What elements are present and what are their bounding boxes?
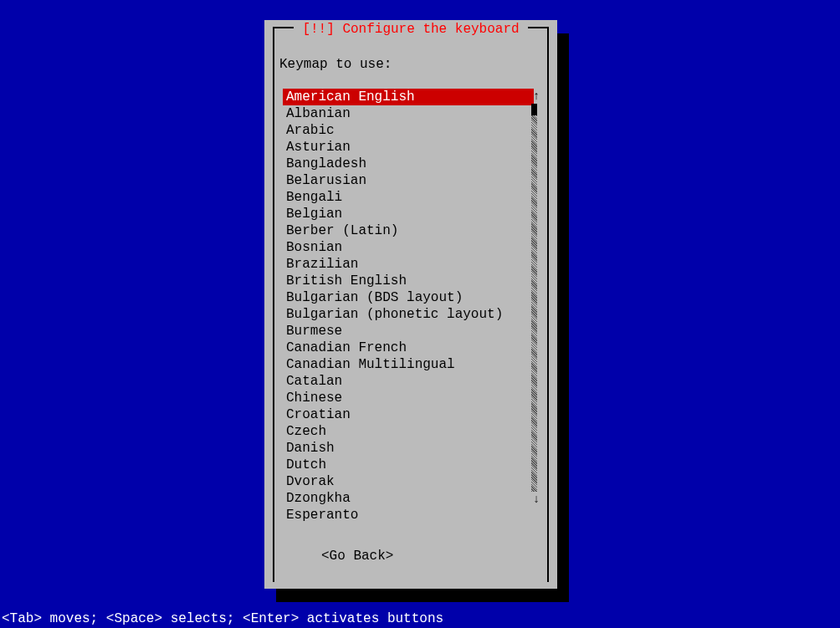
configure-keyboard-dialog: [!!] Configure the keyboard Keymap to us… <box>264 20 557 589</box>
dialog-title: [!!] Configure the keyboard <box>294 22 527 37</box>
go-back-button[interactable]: <Go Back> <box>321 549 393 564</box>
keymap-prompt: Keymap to use: <box>279 57 392 72</box>
list-item[interactable]: Arabic <box>283 122 534 139</box>
list-item[interactable]: Belgian <box>283 206 534 222</box>
list-item[interactable]: Bangladesh <box>283 156 534 172</box>
footer-help-text: <Tab> moves; <Space> selects; <Enter> ac… <box>2 611 443 626</box>
list-item[interactable]: Dvorak <box>283 473 534 490</box>
list-item[interactable]: Asturian <box>283 139 534 156</box>
list-item[interactable]: British English <box>283 273 534 289</box>
scrollbar-thumb[interactable] <box>531 104 537 115</box>
list-item[interactable]: Bosnian <box>283 239 534 256</box>
list-item[interactable]: Bulgarian (phonetic layout) <box>283 306 534 323</box>
list-item[interactable]: Dzongkha <box>283 490 534 507</box>
list-item[interactable]: Dutch <box>283 457 534 473</box>
list-item[interactable]: Danish <box>283 440 534 457</box>
list-item[interactable]: Bengali <box>283 189 534 206</box>
list-item[interactable]: Belarusian <box>283 172 534 189</box>
list-item[interactable]: Canadian French <box>283 340 534 356</box>
list-item[interactable]: Esperanto <box>283 507 534 523</box>
scrollbar[interactable]: ↑ ↓ <box>530 89 542 523</box>
list-item[interactable]: Croatian <box>283 406 534 423</box>
list-item[interactable]: Brazilian <box>283 256 534 273</box>
scroll-up-icon[interactable]: ↑ <box>530 89 542 104</box>
list-item[interactable]: Bulgarian (BDS layout) <box>283 289 534 306</box>
dialog-title-wrap: [!!] Configure the keyboard <box>264 22 557 37</box>
list-item[interactable]: Chinese <box>283 390 534 406</box>
list-item[interactable]: Berber (Latin) <box>283 222 534 239</box>
list-item[interactable]: Canadian Multilingual <box>283 356 534 373</box>
list-item[interactable]: Catalan <box>283 373 534 390</box>
list-item[interactable]: Burmese <box>283 323 534 340</box>
keymap-list[interactable]: American EnglishAlbanianArabicAsturianBa… <box>283 89 534 523</box>
list-item[interactable]: American English <box>283 89 534 105</box>
list-item[interactable]: Albanian <box>283 105 534 122</box>
list-item[interactable]: Czech <box>283 423 534 440</box>
scroll-down-icon[interactable]: ↓ <box>530 492 542 507</box>
scrollbar-track[interactable] <box>531 115 537 492</box>
